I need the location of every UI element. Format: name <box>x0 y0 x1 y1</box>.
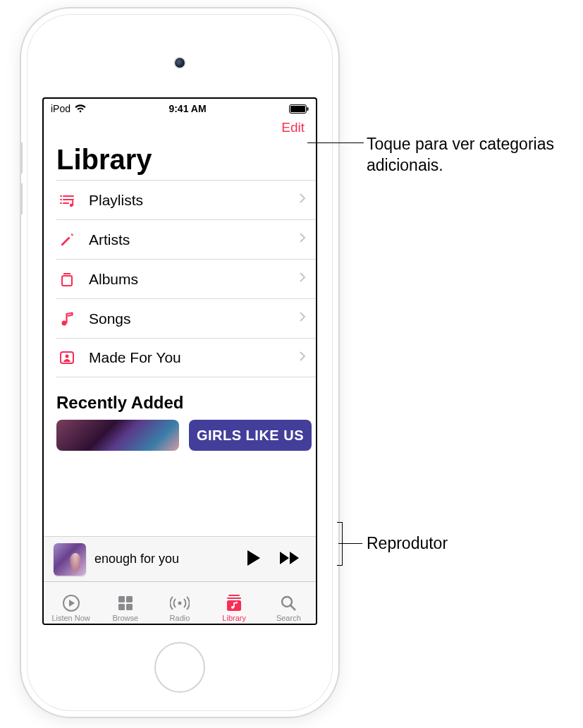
play-circle-icon <box>62 594 80 612</box>
album-card-title: GIRLS LIKE US <box>197 427 304 444</box>
tab-bar: Listen Now Browse Radio Library <box>44 581 316 624</box>
nav-bar: Edit <box>44 117 316 135</box>
wifi-icon <box>75 104 86 113</box>
svg-rect-1 <box>290 106 305 112</box>
svg-rect-10 <box>62 276 72 286</box>
category-artists[interactable]: Artists <box>56 219 316 259</box>
battery-icon <box>289 104 309 114</box>
mini-player[interactable]: enough for you <box>44 536 316 581</box>
tab-label: Browse <box>112 614 138 622</box>
clock: 9:41 AM <box>168 103 206 114</box>
svg-point-13 <box>66 355 69 358</box>
category-label: Songs <box>89 310 299 327</box>
play-button[interactable] <box>241 546 266 572</box>
tab-label: Radio <box>170 614 190 622</box>
ipod-device: iPod 9:41 AM Edit Library <box>21 8 338 717</box>
artist-icon <box>56 231 78 248</box>
callout-leader <box>338 543 362 544</box>
album-card[interactable]: GIRLS LIKE US <box>189 420 312 451</box>
edit-button[interactable]: Edit <box>281 120 305 135</box>
callout-player: Reprodutor <box>367 533 448 554</box>
album-icon <box>56 271 78 288</box>
album-card[interactable] <box>56 420 179 451</box>
category-songs[interactable]: Songs <box>56 298 316 338</box>
category-playlists[interactable]: Playlists <box>56 180 316 219</box>
radio-icon <box>170 594 190 612</box>
chevron-right-icon <box>299 193 306 207</box>
library-icon <box>225 594 243 612</box>
home-hw-button <box>154 642 205 693</box>
callout-edit: Toque para ver categorias adicionais. <box>367 134 571 176</box>
category-label: Playlists <box>89 192 299 209</box>
playlist-icon <box>56 192 78 209</box>
svg-rect-17 <box>118 604 125 610</box>
callout-leader <box>307 142 364 143</box>
tab-label: Listen Now <box>51 614 90 622</box>
recently-added-row[interactable]: GIRLS LIKE US <box>44 420 316 451</box>
tab-label: Library <box>222 614 246 622</box>
chevron-right-icon <box>299 351 306 365</box>
svg-line-23 <box>290 605 295 610</box>
svg-rect-18 <box>126 604 133 610</box>
svg-point-22 <box>282 597 292 607</box>
chevron-right-icon <box>299 272 306 286</box>
volume-down-hw-button <box>21 183 23 214</box>
song-icon <box>56 310 78 327</box>
screen: iPod 9:41 AM Edit Library <box>42 97 317 625</box>
page-title: Library <box>44 135 316 180</box>
svg-point-19 <box>178 602 181 605</box>
category-albums[interactable]: Albums <box>56 259 316 298</box>
svg-rect-16 <box>126 596 133 602</box>
status-bar: iPod 9:41 AM <box>44 99 316 117</box>
tab-search[interactable]: Search <box>262 594 316 622</box>
now-playing-artwork <box>54 543 86 576</box>
recently-added-header: Recently Added <box>44 377 316 420</box>
chevron-right-icon <box>299 232 306 247</box>
category-made-for-you[interactable]: Made For You <box>56 338 316 377</box>
tab-label: Search <box>276 614 301 622</box>
tab-radio[interactable]: Radio <box>152 594 207 622</box>
category-label: Artists <box>89 231 299 248</box>
svg-rect-15 <box>118 596 125 602</box>
volume-up-hw-button <box>21 142 23 174</box>
front-camera <box>175 58 185 68</box>
tab-library[interactable]: Library <box>207 594 262 622</box>
category-label: Made For You <box>89 349 299 366</box>
made-for-you-icon <box>56 349 78 366</box>
chevron-right-icon <box>299 311 306 326</box>
svg-rect-2 <box>307 107 308 111</box>
search-icon <box>280 594 297 612</box>
carrier-label: iPod <box>51 103 70 114</box>
category-label: Albums <box>89 271 299 288</box>
callout-bracket <box>337 522 343 566</box>
tab-browse[interactable]: Browse <box>98 594 152 622</box>
now-playing-title: enough for you <box>94 552 233 566</box>
next-track-button[interactable] <box>275 547 306 571</box>
grid-icon <box>117 594 134 612</box>
tab-listen-now[interactable]: Listen Now <box>44 594 98 622</box>
category-list: Playlists Artists Albums <box>44 180 316 377</box>
